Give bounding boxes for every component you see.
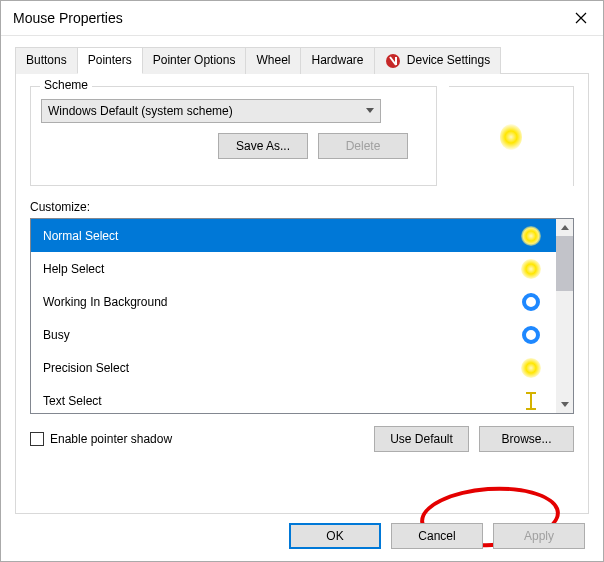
- scroll-down-button[interactable]: [556, 396, 573, 413]
- close-icon: [575, 12, 587, 24]
- cancel-button[interactable]: Cancel: [391, 523, 483, 549]
- window-title: Mouse Properties: [13, 10, 123, 26]
- list-item[interactable]: Text Select: [31, 384, 556, 413]
- scheme-dropdown[interactable]: Windows Default (system scheme): [41, 99, 381, 123]
- cursor-list[interactable]: Normal Select Help Select Working In Bac…: [30, 218, 574, 414]
- use-default-button[interactable]: Use Default: [374, 426, 469, 452]
- scroll-up-button[interactable]: [556, 219, 573, 236]
- tab-wheel[interactable]: Wheel: [245, 47, 301, 74]
- browse-button[interactable]: Browse...: [479, 426, 574, 452]
- customize-label: Customize:: [30, 200, 574, 214]
- enable-pointer-shadow-checkbox[interactable]: [30, 432, 44, 446]
- close-button[interactable]: [558, 1, 603, 36]
- tab-pointer-options[interactable]: Pointer Options: [142, 47, 247, 74]
- cursor-ring-blue-icon: [520, 324, 542, 346]
- dialog-button-row: OK Cancel Apply: [289, 523, 585, 549]
- scroll-track[interactable]: [556, 291, 573, 396]
- chevron-down-icon: [366, 108, 374, 114]
- preview-cursor-icon: [500, 126, 522, 148]
- titlebar: Mouse Properties: [1, 1, 603, 36]
- cursor-glow-yellow-icon: [520, 225, 542, 247]
- list-item[interactable]: Busy: [31, 318, 556, 351]
- scroll-thumb[interactable]: [556, 236, 573, 291]
- list-item[interactable]: Help Select: [31, 252, 556, 285]
- cursor-ring-blue-icon: [520, 291, 542, 313]
- list-item[interactable]: Precision Select: [31, 351, 556, 384]
- mouse-properties-dialog: Mouse Properties Buttons Pointers Pointe…: [0, 0, 604, 562]
- scheme-selected-value: Windows Default (system scheme): [48, 104, 233, 118]
- list-item[interactable]: Working In Background: [31, 285, 556, 318]
- tab-buttons[interactable]: Buttons: [15, 47, 78, 74]
- scheme-group: Scheme Windows Default (system scheme) S…: [30, 86, 437, 186]
- apply-button: Apply: [493, 523, 585, 549]
- chevron-up-icon: [561, 225, 569, 231]
- cursor-glow-yellow-icon: [520, 357, 542, 379]
- cursor-glow-yellow-icon: [520, 258, 542, 280]
- tab-pointers[interactable]: Pointers: [77, 47, 143, 74]
- chevron-down-icon: [561, 402, 569, 408]
- save-as-button[interactable]: Save As...: [218, 133, 308, 159]
- scheme-legend: Scheme: [40, 78, 92, 92]
- tab-hardware[interactable]: Hardware: [300, 47, 374, 74]
- ok-button[interactable]: OK: [289, 523, 381, 549]
- list-item[interactable]: Normal Select: [31, 219, 556, 252]
- tab-body-pointers: Scheme Windows Default (system scheme) S…: [15, 74, 589, 514]
- enable-pointer-shadow-label: Enable pointer shadow: [50, 432, 172, 446]
- cursor-preview: [449, 86, 574, 186]
- device-settings-icon: [385, 53, 401, 69]
- delete-scheme-button: Delete: [318, 133, 408, 159]
- list-scrollbar[interactable]: [556, 219, 573, 413]
- cursor-ibeam-yellow-icon: [520, 390, 542, 412]
- tab-strip: Buttons Pointers Pointer Options Wheel H…: [15, 46, 589, 74]
- tab-device-settings[interactable]: Device Settings: [374, 47, 502, 74]
